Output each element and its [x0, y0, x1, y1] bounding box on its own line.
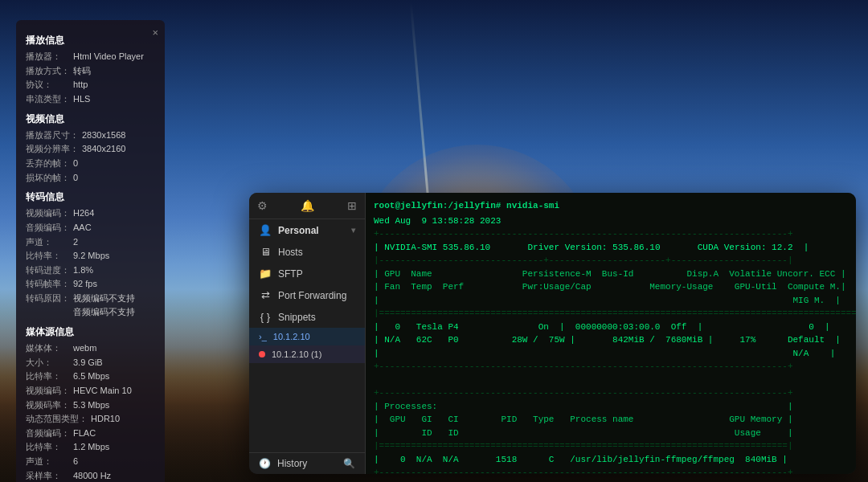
search-icon[interactable]: 🔍 [343, 458, 355, 469]
info-row-dropped: 丢弃的帧： 0 [26, 157, 155, 171]
term-sep5: +---------------------------------------… [374, 386, 848, 400]
sidebar-portfwd-label: Port Forwarding [278, 290, 346, 301]
arrow-icon: ⇄ [259, 289, 272, 301]
sidebar-connection-1[interactable]: ›_ 10.1.2.10 [249, 328, 365, 345]
info-row-resolution: 视频分辨率： 3840x2160 [26, 142, 155, 157]
term-sep7: +---------------------------------------… [374, 466, 848, 474]
sidebar-personal-label: Personal [278, 225, 319, 236]
info-row-size: 大小： 3.9 GiB [26, 356, 155, 370]
sidebar-conn2-label: 10.1.2.10 (1) [272, 349, 321, 359]
section-transcode-title: 转码信息 [26, 190, 155, 205]
term-timestamp: Wed Aug 9 13:58:28 2023 [374, 214, 848, 228]
info-panel: × 播放信息 播放器： Html Video Player 播放方式： 转码 协… [16, 20, 165, 482]
term-sep2: |-------------------------------+-------… [374, 254, 848, 268]
section-media-title: 媒体源信息 [26, 325, 155, 340]
term-sep4: +---------------------------------------… [374, 360, 848, 374]
chevron-down-icon: ▾ [351, 226, 355, 235]
gear-icon[interactable]: ⚙ [257, 199, 268, 212]
sidebar-hosts-label: Hosts [278, 247, 303, 258]
term-sep1: +---------------------------------------… [374, 227, 848, 241]
terminal-output[interactable]: root@jellyfin:/jellyfin# nvidia-smi Wed … [366, 193, 856, 474]
section-playback-title: 播放信息 [26, 33, 155, 48]
info-row-src-bitrate: 比特率： 6.5 Mbps [26, 370, 155, 384]
person-icon: 👤 [259, 224, 272, 236]
terminal-icon: ›_ [259, 332, 267, 341]
history-icon: 🕐 [259, 458, 271, 469]
term-gpu-row3: | N/A | [374, 347, 848, 361]
terminal-app-window: ⚙ 🔔 ⊞ 👤 Personal ▾ 🖥 Hosts 📁 SFTP ⇄ Port… [249, 193, 856, 474]
sidebar-history[interactable]: 🕐 History 🔍 [249, 452, 365, 474]
info-row-acodec: 音频编码： AAC [26, 221, 155, 235]
snippets-icon: { } [259, 311, 272, 323]
term-proc-header2: | ID ID Usage | [374, 427, 848, 440]
sidebar-snippets-label: Snippets [278, 312, 316, 323]
info-row-hdr: 动态范围类型： HDR10 [26, 412, 155, 427]
sidebar-item-hosts[interactable]: 🖥 Hosts [249, 241, 365, 263]
info-row-player-size: 播放器尺寸： 2830x1568 [26, 129, 155, 143]
sidebar-history-label: History [277, 458, 307, 469]
info-row-bitrate: 比特率： 9.2 Mbps [26, 249, 155, 263]
term-blank [374, 374, 848, 387]
hosts-icon: 🖥 [259, 246, 272, 258]
sidebar-item-sftp[interactable]: 📁 SFTP [249, 263, 365, 284]
bell-icon[interactable]: 🔔 [301, 199, 314, 212]
info-row-vcodec: 视频编码： H264 [26, 206, 155, 221]
term-gpu-row1: | 0 Tesla P4 On | 00000000:03:00.0 Off |… [374, 321, 848, 334]
sidebar: ⚙ 🔔 ⊞ 👤 Personal ▾ 🖥 Hosts 📁 SFTP ⇄ Port… [249, 193, 366, 474]
term-sep3: |=======================================… [374, 307, 848, 321]
info-row-channels: 声道： 2 [26, 235, 155, 250]
info-row-fps: 转码帧率： 92 fps [26, 277, 155, 292]
info-row-playmode: 播放方式： 转码 [26, 64, 155, 79]
info-row-stream: 串流类型： HLS [26, 92, 155, 107]
info-row-container: 媒体体： webm [26, 341, 155, 356]
term-gpu-row2: | N/A 62C P0 28W / 75W | 842MiB / 7680Mi… [374, 333, 848, 347]
sidebar-connection-2[interactable]: 10.1.2.10 (1) [249, 345, 365, 363]
sidebar-item-personal[interactable]: 👤 Personal ▾ [249, 219, 365, 241]
sidebar-sftp-label: SFTP [278, 268, 303, 280]
term-col-header1: | GPU Name Persistence-M Bus-Id Disp.A V… [374, 268, 848, 281]
term-smi-line: | NVIDIA-SMI 535.86.10 Driver Version: 5… [374, 241, 848, 255]
info-row-player: 播放器： Html Video Player [26, 50, 155, 64]
folder-icon: 📁 [259, 268, 272, 280]
info-row-reason2: 音频编码不支持 [26, 305, 155, 320]
close-button[interactable]: × [152, 25, 158, 42]
term-prompt-line: root@jellyfin:/jellyfin# nvidia-smi [374, 199, 848, 213]
term-proc-row: | 0 N/A N/A 1518 C /usr/lib/jellyfin-ffm… [374, 453, 848, 467]
info-row-src-acodec: 音频编码： FLAC [26, 427, 155, 441]
term-proc-title: | Processes: | [374, 400, 848, 414]
section-video-title: 视频信息 [26, 112, 155, 127]
term-proc-header1: | GPU GI CI PID Type Process name GPU Me… [374, 413, 848, 427]
sidebar-conn1-label: 10.1.2.10 [273, 332, 310, 341]
sidebar-item-port-forwarding[interactable]: ⇄ Port Forwarding [249, 284, 365, 306]
info-row-reason: 转码原因： 视频编码不支持 [26, 292, 155, 306]
info-row-src-channels: 声道： 6 [26, 455, 155, 469]
info-row-progress: 转码进度： 1.8% [26, 263, 155, 278]
term-col-header2: | Fan Temp Perf Pwr:Usage/Cap Memory-Usa… [374, 280, 848, 294]
conn-dot-red [259, 351, 265, 357]
info-row-src-vcodec: 视频编码： HEVC Main 10 [26, 384, 155, 398]
window-icon[interactable]: ⊞ [347, 199, 357, 212]
info-row-protocol: 协议： http [26, 78, 155, 92]
info-row-corrupt: 损坏的帧： 0 [26, 171, 155, 186]
info-row-src-abitrate: 比特率： 1.2 Mbps [26, 440, 155, 455]
sidebar-item-snippets[interactable]: { } Snippets [249, 306, 365, 328]
term-col-header3: | MIG M. | [374, 294, 848, 308]
info-row-src-vbitrate: 视频码率： 5.3 Mbps [26, 398, 155, 413]
info-row-samplerate: 采样率： 48000 Hz [26, 469, 155, 482]
sidebar-header: ⚙ 🔔 ⊞ [249, 193, 365, 219]
term-sep6: |=======================================… [374, 439, 848, 453]
